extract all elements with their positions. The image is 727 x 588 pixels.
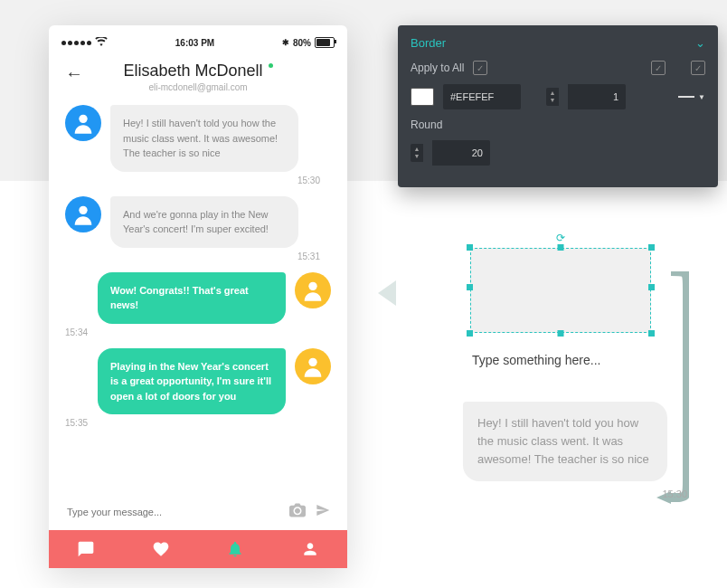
- status-time: 16:03 PM: [175, 38, 214, 48]
- panel-header[interactable]: Border ⌄: [411, 25, 705, 61]
- signal-icon: [61, 41, 91, 45]
- resize-handle[interactable]: [648, 284, 655, 290]
- tab-chats[interactable]: [49, 530, 124, 568]
- back-arrow-icon[interactable]: ←: [65, 63, 83, 84]
- chevron-down-icon[interactable]: ⌄: [695, 36, 705, 50]
- bluetooth-icon: ✱: [282, 38, 289, 47]
- canvas-placeholder-text[interactable]: Type something here...: [472, 353, 696, 367]
- chat-title: Elisabeth McDonell: [123, 62, 262, 81]
- color-swatch[interactable]: [411, 88, 434, 106]
- message-input[interactable]: [65, 506, 280, 518]
- resize-handle[interactable]: [467, 330, 473, 337]
- resize-handle[interactable]: [467, 244, 473, 251]
- phone-frame: 16:03 PM ✱ 80% ← Elisabeth McDonell eli-…: [49, 25, 347, 568]
- camera-icon[interactable]: [289, 503, 306, 521]
- apply-all-label: Apply to All: [411, 62, 464, 74]
- tab-bar: [49, 530, 347, 568]
- avatar[interactable]: [295, 272, 331, 308]
- resize-handle[interactable]: [648, 330, 655, 337]
- message-time: 15:34: [65, 327, 331, 337]
- message-row: Wow! Congrats!! That's great news!: [65, 272, 331, 324]
- battery-pct: 80%: [293, 38, 311, 48]
- message-input-bar: [49, 496, 347, 530]
- svg-point-2: [308, 281, 316, 289]
- online-dot-icon: [269, 63, 273, 68]
- wifi-icon: [95, 37, 108, 48]
- message-time: 15:31: [65, 251, 331, 261]
- stroke-style-select[interactable]: ▼: [678, 93, 705, 101]
- design-arrow-left-icon: [378, 280, 396, 306]
- resize-handle[interactable]: [648, 244, 655, 251]
- side-checkbox-b[interactable]: ✓: [691, 61, 705, 75]
- width-stepper[interactable]: ▲▼: [546, 88, 559, 106]
- send-icon[interactable]: [315, 503, 331, 521]
- side-checkbox-a[interactable]: ✓: [651, 61, 666, 75]
- avatar[interactable]: [65, 196, 101, 232]
- message-bubble: And we're gonna play in the New Year's c…: [110, 196, 298, 248]
- apply-all-checkbox[interactable]: ✓: [473, 61, 487, 75]
- border-panel: Border ⌄ Apply to All ✓ ✓ ✓ ▲▼ ▼ Round ▲…: [398, 25, 718, 187]
- canvas-selected-shape[interactable]: ⟳: [470, 235, 651, 333]
- message-bubble: Wow! Congrats!! That's great news!: [98, 272, 286, 324]
- tab-favorites[interactable]: [124, 530, 199, 568]
- round-stepper[interactable]: ▲▼: [411, 144, 423, 162]
- chat-subtitle: eli-mcdonell@gmail.com: [49, 82, 347, 92]
- message-row: Hey! I still haven't told you how the mu…: [65, 105, 331, 172]
- message-row: Playing in the New Year's concert is a g…: [65, 348, 331, 415]
- message-row: And we're gonna play in the New Year's c…: [65, 196, 331, 248]
- resize-handle[interactable]: [558, 330, 564, 337]
- message-bubble: Hey! I still haven't told you how the mu…: [110, 105, 298, 172]
- resize-handle[interactable]: [467, 284, 473, 290]
- resize-handle[interactable]: [558, 244, 564, 251]
- messages-list: Hey! I still haven't told you how the mu…: [49, 101, 347, 496]
- hex-input[interactable]: [443, 84, 521, 109]
- message-time: 15:30: [65, 175, 331, 185]
- panel-title: Border: [411, 36, 446, 50]
- example-time: 15:30: [425, 488, 687, 499]
- avatar[interactable]: [65, 105, 101, 141]
- example-bubble: Hey! I still haven't told you how the mu…: [463, 402, 667, 481]
- message-bubble: Playing in the New Year's concert is a g…: [98, 348, 286, 415]
- tab-notifications[interactable]: [198, 530, 273, 568]
- svg-point-1: [79, 205, 87, 213]
- rotate-icon[interactable]: ⟳: [556, 232, 565, 244]
- svg-point-0: [79, 115, 87, 123]
- battery-icon: [315, 37, 335, 48]
- round-input[interactable]: [432, 140, 490, 166]
- width-input[interactable]: [568, 84, 626, 109]
- tab-profile[interactable]: [273, 530, 348, 568]
- svg-point-3: [308, 357, 316, 365]
- chat-header: ← Elisabeth McDonell eli-mcdonell@gmail.…: [49, 54, 347, 101]
- round-label: Round: [411, 119, 442, 131]
- avatar[interactable]: [295, 348, 331, 384]
- status-bar: 16:03 PM ✱ 80%: [49, 25, 347, 54]
- message-time: 15:35: [65, 418, 331, 428]
